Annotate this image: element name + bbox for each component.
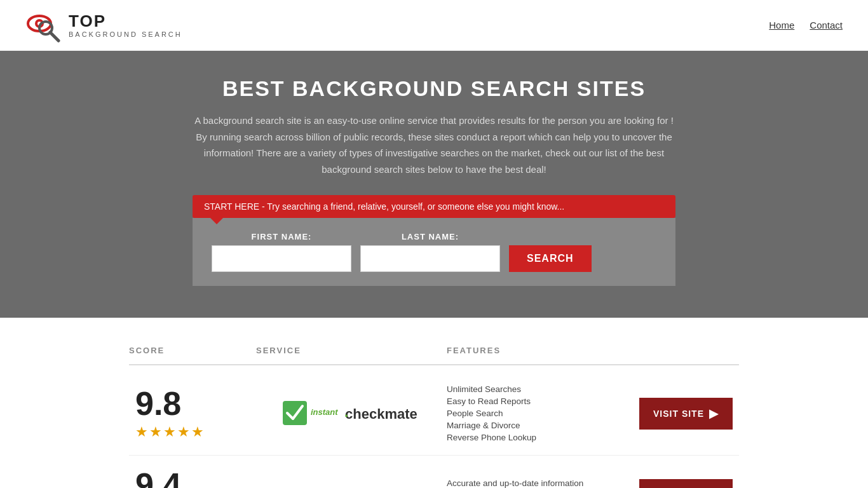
stars-1: ★ ★ ★ ★ ★ bbox=[135, 424, 204, 440]
results-table: SCORE SERVICE FEATURES 9.8 ★ ★ ★ ★ ★ ins… bbox=[116, 337, 752, 488]
feature-item: Accurate and up-to-date information bbox=[447, 478, 637, 488]
hero-section: BEST BACKGROUND SEARCH SITES A backgroun… bbox=[0, 51, 868, 318]
star-2: ★ bbox=[149, 424, 162, 440]
logo-text: TOP BACKGROUND SEARCH bbox=[69, 12, 182, 38]
search-button[interactable]: SEARCH bbox=[509, 245, 592, 272]
logo-icon bbox=[25, 8, 64, 43]
logo: TOP BACKGROUND SEARCH bbox=[25, 8, 182, 43]
peoplelooker-logo: People Looker bbox=[281, 476, 421, 488]
feature-item: People Search bbox=[447, 409, 637, 418]
score-cell-2: 9.4 ★ ★ ★ ★ ★ bbox=[129, 468, 256, 488]
nav-home[interactable]: Home bbox=[769, 20, 794, 30]
score-cell-1: 9.8 ★ ★ ★ ★ ★ bbox=[129, 387, 256, 440]
last-name-field: LAST NAME: bbox=[360, 232, 500, 272]
star-1: ★ bbox=[135, 424, 148, 440]
table-row: 9.4 ★ ★ ★ ★ ★ People Looker Accurate and… bbox=[129, 456, 739, 488]
hero-title: BEST BACKGROUND SEARCH SITES bbox=[13, 76, 855, 101]
visit-site-button-1[interactable]: VISIT SITE ▶ bbox=[639, 398, 733, 430]
logo-bottom-text: BACKGROUND SEARCH bbox=[69, 30, 182, 38]
last-name-input[interactable] bbox=[360, 245, 500, 272]
service-cell-2: People Looker bbox=[256, 476, 447, 488]
features-header: FEATURES bbox=[447, 346, 739, 355]
features-cell-2: Accurate and up-to-date information Unli… bbox=[447, 478, 637, 489]
star-5: ★ bbox=[191, 424, 204, 440]
visit-cell-1: VISIT SITE ▶ bbox=[637, 398, 739, 430]
feature-item: Reverse Phone Lookup bbox=[447, 433, 637, 442]
feature-item: Unlimited Searches bbox=[447, 384, 637, 394]
svg-line-4 bbox=[50, 32, 58, 41]
site-header: TOP BACKGROUND SEARCH Home Contact bbox=[0, 0, 868, 51]
visit-site-button-2[interactable]: VISIT SITE ▶ bbox=[639, 479, 733, 488]
first-name-field: FIRST NAME: bbox=[212, 232, 351, 272]
hero-description: A background search site is an easy-to-u… bbox=[193, 112, 675, 177]
first-name-input[interactable] bbox=[212, 245, 351, 272]
service-header: SERVICE bbox=[256, 346, 447, 355]
star-4: ★ bbox=[177, 424, 190, 440]
nav-contact[interactable]: Contact bbox=[810, 20, 843, 30]
score-header: SCORE bbox=[129, 346, 256, 355]
feature-item: Easy to Read Reports bbox=[447, 396, 637, 406]
table-header: SCORE SERVICE FEATURES bbox=[129, 337, 739, 365]
svg-text:.: . bbox=[344, 404, 348, 420]
last-name-label: LAST NAME: bbox=[360, 232, 500, 241]
checkmate-logo: instant checkmate . bbox=[281, 395, 421, 433]
search-box: FIRST NAME: LAST NAME: SEARCH bbox=[193, 218, 675, 286]
svg-text:checkmate: checkmate bbox=[345, 406, 417, 422]
star-3: ★ bbox=[163, 424, 176, 440]
score-number-1: 9.8 bbox=[135, 387, 181, 420]
service-cell-1: instant checkmate . bbox=[256, 395, 447, 433]
svg-text:instant: instant bbox=[311, 407, 338, 417]
table-row: 9.8 ★ ★ ★ ★ ★ instant checkmate . bbox=[129, 372, 739, 456]
visit-cell-2: VISIT SITE ▶ bbox=[637, 479, 739, 488]
feature-item: Marriage & Divorce bbox=[447, 421, 637, 430]
first-name-label: FIRST NAME: bbox=[212, 232, 351, 241]
search-callout: START HERE - Try searching a friend, rel… bbox=[193, 195, 675, 218]
search-banner: START HERE - Try searching a friend, rel… bbox=[193, 195, 675, 286]
visit-arrow-icon: ▶ bbox=[709, 407, 719, 421]
features-cell-1: Unlimited Searches Easy to Read Reports … bbox=[447, 384, 637, 442]
main-nav: Home Contact bbox=[769, 20, 843, 30]
logo-top-text: TOP bbox=[69, 12, 182, 30]
score-number-2: 9.4 bbox=[135, 468, 181, 488]
